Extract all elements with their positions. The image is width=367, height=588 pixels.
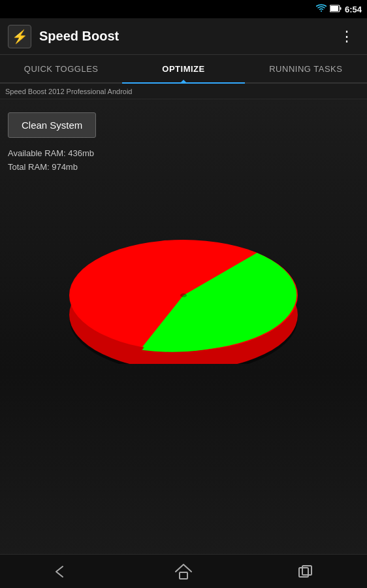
wifi-icon <box>316 4 327 15</box>
app-bar: ⚡ Speed Boost ⋮ <box>0 18 367 55</box>
tab-optimize[interactable]: Optimize <box>122 55 244 82</box>
tab-bar: Quick Toggles Optimize Running Tasks <box>0 55 367 84</box>
clean-system-button[interactable]: Clean System <box>8 112 96 138</box>
total-ram-text: Total RAM: 974mb <box>8 161 359 174</box>
pie-chart-svg <box>59 188 308 364</box>
svg-point-6 <box>180 293 187 297</box>
home-button[interactable] <box>159 558 208 585</box>
svg-rect-2 <box>330 6 338 11</box>
available-ram-text: Available RAM: 436mb <box>8 147 359 161</box>
status-time: 6:54 <box>345 5 362 14</box>
subtitle-text: Speed Boost 2012 Professional Android <box>5 88 132 95</box>
main-content: Clean System Available RAM: 436mb Total … <box>0 99 367 554</box>
svg-rect-1 <box>340 7 341 10</box>
tab-quick-toggles[interactable]: Quick Toggles <box>0 55 122 82</box>
tab-running-tasks[interactable]: Running Tasks <box>245 55 367 82</box>
app-icon: ⚡ <box>8 25 31 48</box>
nav-bar <box>0 554 367 588</box>
subtitle-bar: Speed Boost 2012 Professional Android <box>0 84 367 99</box>
app-title: Speed Boost <box>39 29 327 44</box>
recent-apps-button[interactable] <box>281 559 330 585</box>
battery-icon <box>330 3 342 15</box>
back-button[interactable] <box>37 559 86 585</box>
status-bar: 6:54 <box>0 0 367 18</box>
svg-rect-7 <box>180 572 187 579</box>
overflow-menu-button[interactable]: ⋮ <box>334 25 359 48</box>
ram-chart <box>8 188 359 364</box>
